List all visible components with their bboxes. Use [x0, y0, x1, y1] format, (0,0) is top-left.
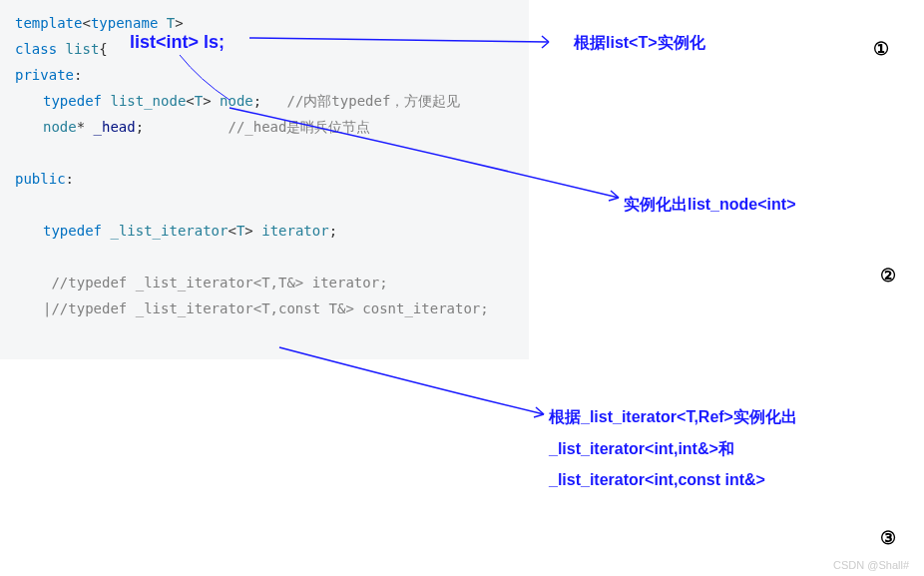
iterator-type: iterator	[261, 223, 328, 239]
annotation-3-line2: _list_iterator<int,int&>和	[549, 439, 734, 460]
annotation-3-line1: 根据_list_iterator<T,Ref>实例化出	[549, 407, 797, 428]
t-param3: T	[236, 223, 244, 239]
kw-template: template	[15, 15, 82, 31]
watermark: CSDN @Shall#	[833, 559, 909, 571]
code-block: template<typename T> class list{ private…	[0, 0, 529, 359]
code-line-11: //typedef _list_iterator<T,T&> iterator;	[15, 270, 514, 295]
code-line-10	[15, 244, 514, 270]
code-line-3: private:	[15, 62, 514, 88]
code-line-7: public:	[15, 166, 514, 192]
code-line-5: node* _head; //_head是哨兵位节点	[15, 114, 514, 140]
code-line-9: typedef _list_iterator<T> iterator;	[15, 218, 514, 244]
annotation-inline: list<int> ls;	[130, 32, 225, 53]
list-node: list_node	[110, 93, 186, 109]
code-line-4: typedef list_node<T> node; //内部typedef，方…	[15, 88, 514, 114]
t-param2: T	[195, 93, 203, 109]
comment-1: //内部typedef，方便起见	[286, 93, 460, 109]
kw-typedef2: typedef	[43, 223, 102, 239]
node-type: node	[220, 93, 253, 109]
kw-class: class	[15, 41, 57, 57]
code-line-8	[15, 192, 514, 218]
code-line-1: template<typename T>	[15, 10, 514, 36]
class-list: list	[66, 41, 100, 57]
circled-2: ②	[880, 265, 896, 287]
circled-1: ①	[873, 38, 889, 60]
kw-typename: typename	[91, 15, 158, 31]
kw-private: private	[15, 67, 74, 83]
t-param: T	[167, 15, 175, 31]
code-line-12: |//typedef _list_iterator<T,const T&> co…	[15, 295, 514, 321]
annotation-1: 根据list<T>实例化	[574, 33, 705, 54]
code-line-2: class list{	[15, 36, 514, 62]
code-line-6	[15, 140, 514, 166]
kw-public: public	[15, 171, 66, 187]
head-var: _head	[94, 119, 136, 135]
list-iter: _list_iterator	[110, 223, 228, 239]
circled-3: ③	[880, 527, 896, 549]
annotation-3-line3: _list_iterator<int,const int&>	[549, 471, 765, 489]
node-type2: node	[43, 119, 77, 135]
annotation-2: 实例化出list_node<int>	[624, 195, 795, 216]
comment-2: //_head是哨兵位节点	[228, 119, 370, 135]
kw-typedef: typedef	[43, 93, 102, 109]
